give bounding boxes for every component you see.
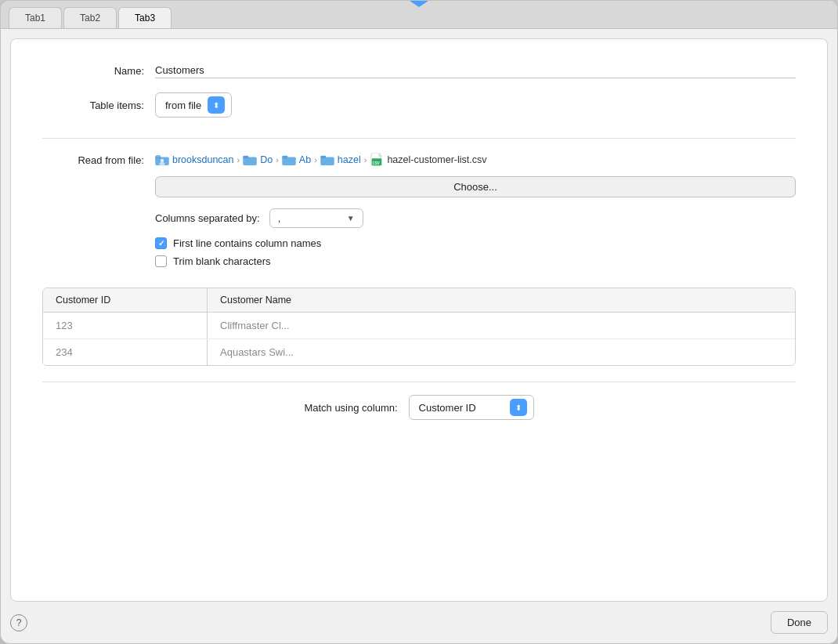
help-button[interactable]: ? — [10, 614, 27, 631]
breadcrumb-hazel-name: hazel — [338, 154, 361, 165]
table-row: 234 Aquastars Swi... — [43, 339, 795, 365]
first-line-row: First line contains column names — [155, 237, 796, 249]
breadcrumb-hazel[interactable]: hazel — [320, 154, 361, 165]
columns-label: Columns separated by: — [155, 212, 260, 224]
table-items-label: Table items: — [42, 99, 144, 111]
sep-3: › — [314, 155, 317, 165]
breadcrumb-ab-name: Ab — [299, 154, 311, 165]
trim-blank-row: Trim blank characters — [155, 255, 796, 267]
read-from-file-label: Read from file: — [42, 154, 144, 166]
match-row: Match using column: Customer ID ⬍ — [42, 395, 796, 420]
footer: ? Done — [1, 611, 837, 643]
folder-do-icon — [243, 154, 257, 165]
columns-dropdown-arrow-icon: ▼ — [347, 214, 355, 223]
table-items-dropdown[interactable]: from file ⬍ — [155, 92, 232, 118]
choose-button[interactable]: Choose... — [155, 176, 796, 197]
sep-4: › — [364, 155, 367, 165]
match-dropdown-arrow-icon: ⬍ — [510, 399, 527, 416]
tab-indicator — [410, 1, 428, 7]
dropdown-arrow-icon: ⬍ — [208, 96, 225, 114]
svg-rect-8 — [282, 156, 287, 159]
breadcrumb-csv[interactable]: CSV hazel-customer-list.csv — [370, 153, 486, 167]
table-col-customer-id: Customer ID — [43, 288, 208, 312]
table-col-customer-name: Customer Name — [208, 288, 795, 312]
sep-2: › — [276, 155, 279, 165]
table-items-value: from file — [165, 99, 201, 111]
trim-blank-label: Trim blank characters — [173, 255, 271, 267]
first-line-label: First line contains column names — [173, 237, 321, 249]
breadcrumb-csv-name: hazel-customer-list.csv — [387, 154, 486, 165]
file-row: Read from file: brooksduncan › — [42, 153, 796, 167]
data-table: Customer ID Customer Name 123 Cliffmaste… — [42, 288, 796, 366]
breadcrumb-ab[interactable]: Ab — [282, 154, 311, 165]
name-input[interactable] — [155, 63, 796, 78]
csv-file-icon: CSV — [370, 153, 384, 167]
columns-row: Columns separated by: , ▼ — [155, 208, 796, 228]
folder-ab-icon — [282, 154, 296, 165]
divider-1 — [42, 138, 796, 139]
trim-blank-checkbox[interactable] — [155, 255, 167, 267]
tab-1[interactable]: Tab1 — [9, 7, 62, 28]
user-folder-icon — [155, 154, 169, 165]
name-row: Name: — [42, 63, 796, 78]
breadcrumb-user[interactable]: brooksduncan — [155, 154, 234, 165]
tab-bar: Tab1 Tab2 Tab3 — [1, 1, 837, 29]
table-cell-name-2: Aquastars Swi... — [208, 339, 795, 365]
main-window: Tab1 Tab2 Tab3 Name: Table items: from f… — [0, 0, 838, 644]
table-header: Customer ID Customer Name — [43, 288, 795, 313]
svg-rect-2 — [156, 155, 160, 157]
table-cell-id-1: 123 — [43, 313, 208, 338]
match-label: Match using column: — [304, 402, 397, 414]
first-line-checkbox[interactable] — [155, 237, 167, 249]
svg-rect-10 — [320, 156, 326, 159]
done-button[interactable]: Done — [771, 611, 828, 634]
file-path-breadcrumb: brooksduncan › Do › — [155, 153, 487, 167]
match-column-value: Customer ID — [419, 402, 476, 414]
match-column-dropdown[interactable]: Customer ID ⬍ — [409, 395, 534, 420]
table-cell-name-1: Cliffmaster Cl... — [208, 313, 795, 338]
columns-dropdown[interactable]: , ▼ — [269, 208, 363, 228]
table-items-row: Table items: from file ⬍ — [42, 92, 796, 118]
tab-3[interactable]: Tab3 — [118, 7, 172, 28]
table-body: 123 Cliffmaster Cl... 234 Aquastars Swi.… — [43, 313, 795, 365]
breadcrumb-do[interactable]: Do — [243, 154, 273, 165]
form-panel: Name: Table items: from file ⬍ Read from… — [10, 38, 828, 602]
table-cell-id-2: 234 — [43, 339, 208, 365]
breadcrumb-user-name: brooksduncan — [172, 154, 234, 165]
columns-separator-value: , — [278, 212, 281, 224]
table-row: 123 Cliffmaster Cl... — [43, 313, 795, 339]
folder-hazel-icon — [320, 154, 334, 165]
name-label: Name: — [42, 65, 144, 77]
svg-point-3 — [161, 159, 164, 162]
sep-1: › — [237, 155, 240, 165]
divider-2 — [42, 382, 796, 382]
svg-text:CSV: CSV — [373, 161, 380, 165]
tab-2[interactable]: Tab2 — [63, 7, 117, 28]
breadcrumb-do-name: Do — [260, 154, 273, 165]
svg-rect-6 — [243, 156, 248, 159]
